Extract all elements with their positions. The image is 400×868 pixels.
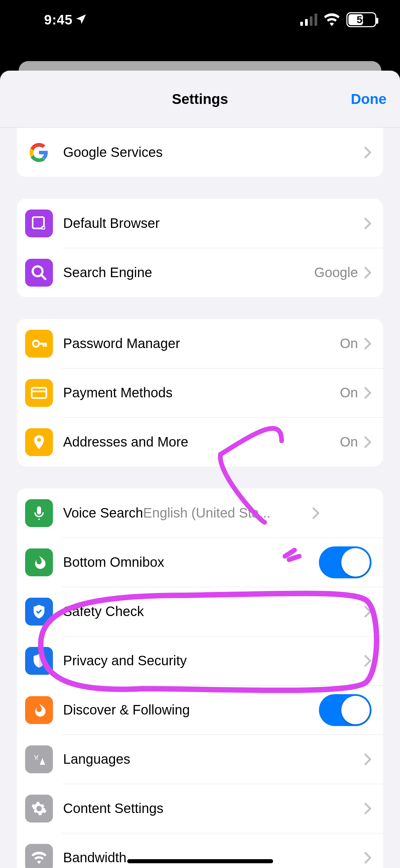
google-icon — [25, 139, 53, 166]
chevron-icon — [364, 655, 372, 667]
row-default-browser[interactable]: Default Browser — [17, 199, 383, 248]
search-engine-icon — [25, 259, 53, 287]
label-safety-check: Safety Check — [63, 604, 364, 619]
row-payment-methods[interactable]: Payment Methods On — [17, 368, 383, 417]
shield-check-icon — [25, 598, 53, 626]
value-addresses: On — [340, 434, 358, 450]
chevron-icon — [364, 802, 372, 815]
chevron-icon — [364, 605, 372, 618]
status-bar: 9:45 56 — [0, 0, 400, 37]
mic-icon — [25, 499, 53, 527]
chevron-icon — [364, 436, 372, 448]
svg-rect-12 — [32, 387, 46, 398]
chevron-icon — [364, 852, 372, 864]
wifi-tile-icon — [25, 844, 53, 868]
shield-icon — [25, 647, 53, 675]
fire-icon — [25, 548, 53, 576]
location-icon — [75, 12, 87, 28]
row-password-manager[interactable]: Password Manager On — [17, 319, 383, 368]
nav-bar: Settings Done — [0, 71, 400, 128]
value-search-engine: Google — [314, 265, 358, 280]
label-discover: Discover & Following — [63, 702, 319, 718]
svg-rect-2 — [310, 16, 312, 26]
svg-line-7 — [41, 275, 45, 279]
battery-indicator: 56 — [346, 12, 376, 27]
row-addresses[interactable]: Addresses and More On — [17, 417, 383, 467]
toggle-bottom-omnibox[interactable] — [319, 546, 372, 578]
settings-content: Google Services Default Browser Search E… — [0, 128, 400, 868]
label-privacy: Privacy and Security — [63, 653, 364, 668]
toggle-discover[interactable] — [319, 694, 372, 726]
default-browser-icon — [25, 210, 53, 237]
chevron-icon — [364, 753, 372, 765]
chevron-icon — [364, 267, 372, 279]
done-button[interactable]: Done — [351, 91, 386, 107]
chevron-icon — [364, 338, 372, 350]
card-icon — [25, 379, 53, 407]
flame-icon — [25, 696, 53, 724]
label-addresses: Addresses and More — [63, 434, 340, 450]
row-google-services[interactable]: Google Services — [17, 128, 383, 177]
row-voice-search[interactable]: Voice Search English (United Sta... — [17, 488, 383, 538]
row-content-settings[interactable]: Content Settings — [17, 784, 383, 833]
label-payment-methods: Payment Methods — [63, 385, 340, 400]
svg-rect-1 — [305, 19, 308, 26]
label-password-manager: Password Manager — [63, 336, 340, 351]
chevron-icon — [364, 387, 372, 399]
cellular-icon — [300, 14, 317, 26]
label-content-settings: Content Settings — [63, 801, 364, 816]
row-safety-check[interactable]: Safety Check — [17, 587, 383, 636]
value-password-manager: On — [340, 336, 358, 351]
group-autofill: Password Manager On Payment Methods On A… — [17, 319, 383, 467]
group-google: Google Services — [17, 128, 383, 177]
row-discover[interactable]: Discover & Following — [17, 685, 383, 735]
status-time-area: 9:45 — [44, 12, 87, 28]
status-right: 56 — [300, 12, 376, 27]
label-google-services: Google Services — [63, 145, 364, 160]
status-time: 9:45 — [44, 12, 73, 28]
chevron-icon — [364, 146, 372, 159]
label-languages: Languages — [63, 752, 364, 767]
row-bottom-omnibox[interactable]: Bottom Omnibox — [17, 538, 383, 587]
key-icon — [25, 330, 53, 358]
value-voice-search: English (United Sta... — [143, 505, 306, 521]
row-privacy[interactable]: Privacy and Security — [17, 636, 383, 685]
chevron-icon — [364, 217, 372, 230]
value-payment-methods: On — [340, 385, 358, 400]
label-search-engine: Search Engine — [63, 265, 314, 280]
home-indicator[interactable] — [127, 859, 273, 863]
group-browser: Default Browser Search Engine Google — [17, 199, 383, 297]
row-search-engine[interactable]: Search Engine Google — [17, 248, 383, 297]
wifi-icon — [323, 13, 340, 26]
label-bottom-omnibox: Bottom Omnibox — [63, 555, 319, 570]
settings-sheet: Settings Done Google Services Default Br… — [0, 71, 400, 868]
battery-percent: 56 — [348, 13, 376, 26]
translate-icon — [25, 745, 53, 773]
label-default-browser: Default Browser — [63, 216, 364, 231]
pin-icon — [25, 428, 53, 456]
row-languages[interactable]: Languages — [17, 735, 383, 784]
svg-rect-3 — [315, 14, 317, 26]
gear-icon — [25, 795, 53, 822]
svg-rect-0 — [300, 22, 303, 26]
chevron-icon — [312, 507, 320, 519]
label-voice-search: Voice Search — [63, 505, 143, 521]
group-misc: Voice Search English (United Sta... Bott… — [17, 488, 383, 868]
page-title: Settings — [172, 91, 228, 107]
